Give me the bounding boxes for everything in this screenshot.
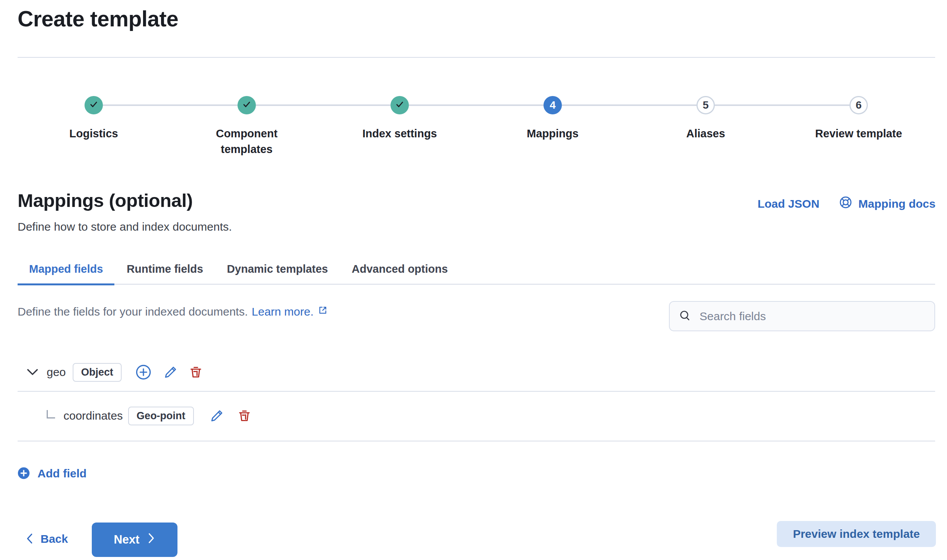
delete-field-button[interactable] <box>238 409 251 423</box>
load-json-label: Load JSON <box>758 197 820 210</box>
field-type-badge: Geo-point <box>128 407 194 425</box>
field-name: coordinates <box>63 409 123 422</box>
mapping-docs-link[interactable]: Mapping docs <box>839 196 936 212</box>
step-4-circle[interactable]: 4 <box>543 96 562 114</box>
step-label: Index settings <box>363 126 437 142</box>
field-row-geo: geo Object <box>18 353 935 391</box>
step-label: Review template <box>815 126 902 142</box>
check-icon <box>395 99 405 111</box>
external-link-icon <box>317 305 328 318</box>
next-button[interactable]: Next <box>92 523 177 557</box>
field-type-badge: Object <box>73 363 122 382</box>
edit-field-button[interactable] <box>210 409 224 423</box>
search-icon <box>679 309 691 323</box>
section-links: Load JSON Mapping docs <box>758 196 936 212</box>
step-label: Aliases <box>686 126 725 142</box>
step-number: 5 <box>703 100 709 111</box>
add-field-button[interactable]: Add field <box>18 463 86 484</box>
next-label: Next <box>114 533 139 547</box>
tab-mapped-fields[interactable]: Mapped fields <box>18 262 114 284</box>
step-3-circle[interactable] <box>391 96 409 114</box>
add-child-field-button[interactable] <box>135 364 151 380</box>
chevron-left-icon <box>25 533 34 545</box>
step-5-circle[interactable]: 5 <box>696 96 715 114</box>
edit-field-button[interactable] <box>164 365 177 379</box>
mappings-tabs: Mapped fields Runtime fields Dynamic tem… <box>18 262 935 285</box>
preview-label: Preview index template <box>793 527 920 540</box>
field-name: geo <box>47 366 66 379</box>
tab-dynamic-templates[interactable]: Dynamic templates <box>215 262 339 284</box>
add-field-label: Add field <box>37 467 86 480</box>
step-label: Component templates <box>195 126 299 157</box>
check-icon <box>89 99 99 111</box>
section-subtitle: Define how to store and index documents. <box>18 220 232 233</box>
create-template-wizard: Create template Logistics Component temp… <box>0 0 947 560</box>
mapping-docs-label: Mapping docs <box>858 197 936 210</box>
step-label: Logistics <box>69 126 118 142</box>
stepper: Logistics Component templates Index sett… <box>17 96 935 157</box>
back-button[interactable]: Back <box>25 532 68 545</box>
step-number: 6 <box>856 100 862 111</box>
step-6-circle[interactable]: 6 <box>849 96 868 114</box>
learn-more-link[interactable]: Learn more. <box>252 305 314 318</box>
field-row-coordinates: coordinates Geo-point <box>18 392 935 440</box>
header-divider <box>18 57 935 58</box>
section-title: Mappings (optional) <box>18 190 232 211</box>
check-icon <box>242 99 252 111</box>
back-label: Back <box>41 532 68 545</box>
preview-index-template-button[interactable]: Preview index template <box>777 521 936 547</box>
tab-advanced-options[interactable]: Advanced options <box>340 262 459 284</box>
lifebuoy-icon <box>839 196 852 212</box>
chevron-down-icon[interactable] <box>27 368 38 376</box>
step-review-template: 6 Review template <box>782 96 935 157</box>
row-divider <box>18 441 935 441</box>
tab-runtime-fields[interactable]: Runtime fields <box>115 262 215 284</box>
step-1-circle[interactable] <box>85 96 103 114</box>
plus-circle-icon <box>18 467 30 480</box>
tree-branch-icon <box>47 410 55 418</box>
delete-field-button[interactable] <box>189 365 203 379</box>
step-2-circle[interactable] <box>238 96 256 114</box>
search-input[interactable] <box>700 310 925 323</box>
fields-intro-text: Define the fields for your indexed docum… <box>18 305 248 318</box>
page-title: Create template <box>18 6 178 31</box>
load-json-link[interactable]: Load JSON <box>758 197 820 210</box>
fields-intro: Define the fields for your indexed docum… <box>18 305 328 318</box>
section-head: Mappings (optional) Define how to store … <box>18 190 232 233</box>
step-label: Mappings <box>527 126 578 142</box>
chevron-right-icon <box>147 532 156 547</box>
search-fields-box <box>669 301 935 331</box>
step-number: 4 <box>550 100 556 111</box>
